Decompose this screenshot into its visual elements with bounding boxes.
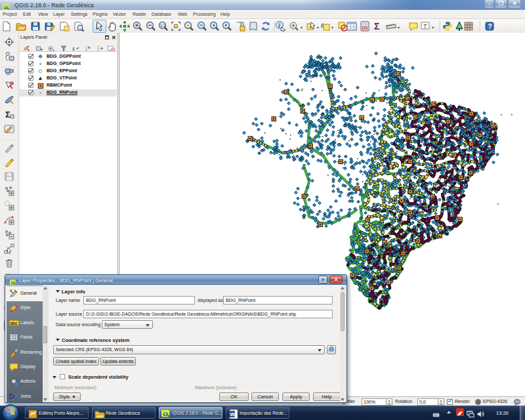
svg-text:abc: abc xyxy=(10,321,18,326)
svg-text:Σ: Σ xyxy=(5,110,10,119)
svg-text:W: W xyxy=(230,411,236,417)
svg-text:1:1: 1:1 xyxy=(160,24,166,28)
svg-text:ε: ε xyxy=(321,22,324,29)
svg-text:?: ? xyxy=(488,23,492,30)
svg-text:T: T xyxy=(423,23,427,30)
svg-text:Σ: Σ xyxy=(374,21,379,32)
